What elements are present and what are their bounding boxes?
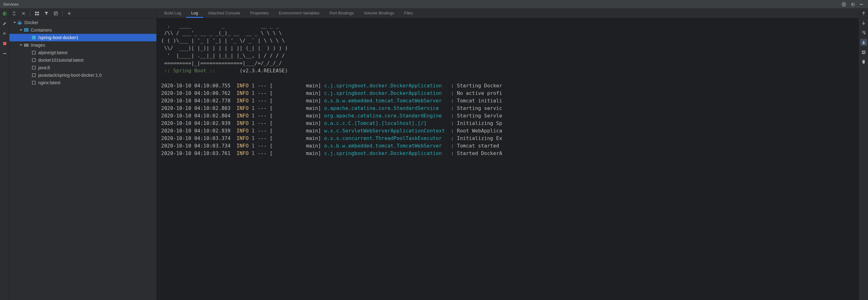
titlebar: Services [0, 0, 868, 9]
arrow-up-icon[interactable] [861, 11, 866, 16]
image-icon [31, 50, 36, 55]
svg-rect-20 [32, 36, 36, 39]
svg-rect-19 [27, 30, 29, 32]
tree-node-label: alpine/git:latest [38, 50, 67, 55]
tree-node-image[interactable]: java:8 [9, 64, 156, 71]
tree-node-label: Containers [31, 28, 52, 33]
image-icon [31, 58, 36, 63]
collapse-all-icon[interactable] [21, 11, 26, 16]
tab-volume-bindings[interactable]: Volume Bindings [359, 9, 399, 18]
tab-properties[interactable]: Properties [245, 9, 274, 18]
svg-point-0 [842, 2, 846, 6]
svg-rect-12 [19, 21, 20, 22]
image-icon [31, 65, 36, 70]
tree-node-image[interactable]: nginx:latest [9, 79, 156, 87]
svg-rect-11 [19, 22, 20, 23]
tree-node-image[interactable]: docker101tutorial:latest [9, 56, 156, 64]
tree-node-image[interactable]: javastack/spring-boot-docker:1.0 [9, 71, 156, 79]
remove-icon[interactable] [2, 51, 7, 56]
tab-environment-variables[interactable]: Environment Variables [274, 9, 324, 18]
gear-icon[interactable] [849, 1, 856, 8]
print-icon[interactable] [861, 49, 866, 55]
svg-rect-27 [32, 74, 35, 77]
tree-node-container-selected[interactable]: /spring-boot-docker1 [9, 34, 156, 41]
tree-node-image[interactable]: alpine/git:latest [9, 49, 156, 56]
tree-node-label: javastack/spring-boot-docker:1.0 [38, 73, 101, 78]
tree-node-label: docker101tutorial:latest [38, 58, 84, 63]
svg-rect-3 [3, 42, 6, 45]
rerun-icon[interactable] [2, 11, 7, 16]
edit-icon[interactable] [2, 21, 7, 26]
svg-point-1 [843, 4, 844, 5]
svg-rect-23 [24, 46, 29, 47]
tab-port-bindings[interactable]: Port Bindings [324, 9, 359, 18]
left-action-gutter [0, 9, 9, 300]
svg-rect-7 [35, 14, 37, 15]
tab-build-log[interactable]: Build Log [159, 9, 186, 18]
svg-rect-9 [54, 12, 57, 15]
tree-node-label: java:8 [38, 65, 50, 70]
svg-rect-10 [18, 22, 19, 23]
image-icon [31, 73, 36, 78]
filter-icon[interactable] [43, 11, 49, 16]
tree-node-label: /spring-boot-docker1 [38, 35, 78, 40]
svg-rect-28 [32, 81, 35, 84]
console-output[interactable]: . ____ _ __ _ _ /\\ / ___'_ __ _ _(_)_ _… [157, 18, 859, 300]
svg-rect-5 [35, 11, 37, 13]
log-tabs: Build LogLogAttached ConsolePropertiesEn… [157, 9, 859, 18]
window-title: Services [3, 2, 19, 7]
right-action-gutter [859, 9, 868, 300]
svg-rect-22 [24, 45, 29, 46]
trash-icon[interactable] [861, 59, 866, 65]
svg-rect-26 [32, 66, 35, 69]
svg-rect-15 [26, 28, 27, 30]
expand-all-icon[interactable] [11, 11, 17, 16]
svg-rect-25 [32, 59, 35, 62]
container-running-icon [31, 35, 36, 40]
images-icon [24, 42, 29, 47]
svg-rect-13 [20, 22, 21, 23]
group-by-icon[interactable] [34, 11, 40, 16]
tree-node-label: nginx:latest [38, 80, 60, 85]
svg-rect-2 [860, 4, 863, 5]
svg-rect-18 [26, 30, 27, 32]
svg-rect-8 [37, 14, 39, 15]
target-icon[interactable] [840, 1, 847, 8]
log-panel: Build LogLogAttached ConsolePropertiesEn… [157, 9, 859, 300]
tab-files[interactable]: Files [399, 9, 418, 18]
tree-node-images[interactable]: Images [9, 41, 156, 49]
image-icon [31, 80, 36, 85]
tab-attached-console[interactable]: Attached Console [203, 9, 245, 18]
docker-icon [18, 20, 23, 25]
containers-icon [24, 28, 29, 33]
add-icon[interactable] [66, 11, 72, 16]
services-tree-panel: Docker Containers /spring-boot-docker1 I… [9, 9, 157, 300]
tree-toolbar [9, 9, 156, 18]
tab-log[interactable]: Log [186, 9, 203, 18]
svg-rect-4 [3, 53, 6, 54]
minimize-icon[interactable] [858, 1, 865, 8]
tree-node-containers[interactable]: Containers [9, 26, 156, 34]
play-icon[interactable] [2, 31, 7, 36]
scroll-to-end-icon[interactable] [860, 39, 867, 46]
svg-rect-17 [24, 30, 25, 32]
soft-wrap-icon[interactable] [861, 29, 866, 35]
services-tree[interactable]: Docker Containers /spring-boot-docker1 I… [9, 18, 156, 300]
open-new-tab-icon[interactable] [53, 11, 59, 16]
stop-icon[interactable] [2, 41, 7, 46]
svg-rect-21 [24, 43, 29, 44]
svg-rect-6 [37, 11, 39, 13]
tree-node-label: Docker [25, 20, 38, 25]
svg-rect-14 [24, 28, 25, 30]
tree-node-docker[interactable]: Docker [9, 19, 156, 26]
tree-node-label: Images [31, 42, 45, 47]
arrow-down-icon[interactable] [861, 20, 866, 26]
svg-rect-16 [27, 28, 29, 30]
svg-rect-24 [32, 51, 35, 54]
